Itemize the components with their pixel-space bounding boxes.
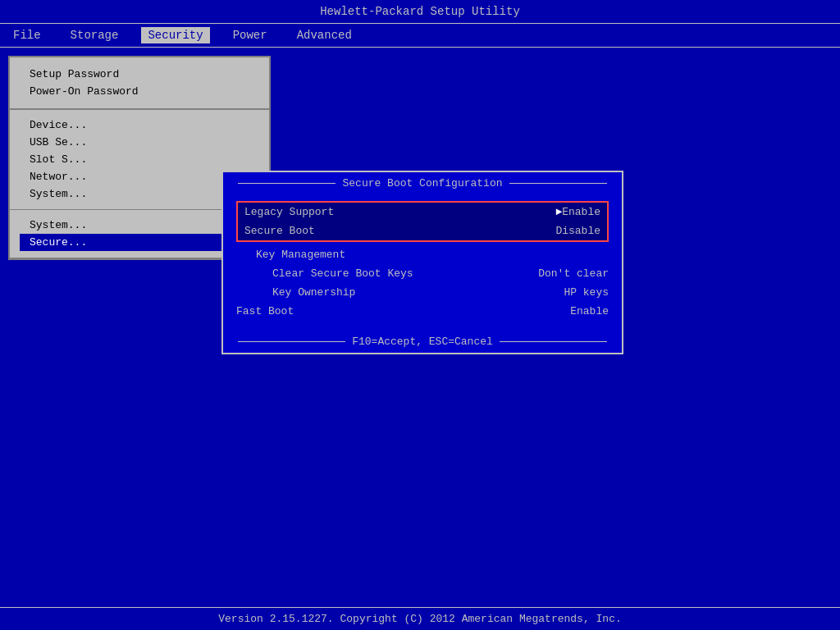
fast-boot-label: Fast Boot <box>236 305 294 317</box>
clear-secure-boot-keys-value: Don't clear <box>538 267 609 280</box>
menu-item-power[interactable]: Power <box>226 27 274 43</box>
status-bar: Version 2.15.1227. Copyright (C) 2012 Am… <box>0 607 840 630</box>
menu-item-storage[interactable]: Storage <box>64 27 126 43</box>
key-ownership-label: Key Ownership <box>272 286 355 299</box>
legacy-support-value: ►Enable <box>555 206 600 218</box>
legacy-support-row[interactable]: Legacy Support ►Enable <box>238 203 607 221</box>
title-text: Hewlett-Packard Setup Utility <box>320 5 520 18</box>
secure-boot-row[interactable]: Secure Boot Disable <box>238 221 607 240</box>
main-content: Setup Password Power-On Password Device.… <box>0 48 840 587</box>
power-on-password-item[interactable]: Power-On Password <box>20 83 259 100</box>
legacy-support-label: Legacy Support <box>244 206 334 218</box>
fast-boot-value: Enable <box>570 305 609 317</box>
title-bar: Hewlett-Packard Setup Utility <box>0 0 840 24</box>
security-panel-top: Setup Password Power-On Password <box>10 57 269 110</box>
clear-secure-boot-keys-row[interactable]: Clear Secure Boot Keys Don't clear <box>236 264 609 283</box>
menu-item-file[interactable]: File <box>7 27 48 43</box>
menu-bar: FileStorageSecurityPowerAdvanced <box>0 24 840 48</box>
key-management-label: Key Management <box>256 249 345 261</box>
fast-boot-row[interactable]: Fast Boot Enable <box>236 302 609 321</box>
key-ownership-value: HP keys <box>564 286 609 299</box>
setup-password-item[interactable]: Setup Password <box>20 66 259 83</box>
dialog-body: Legacy Support ►Enable Secure Boot Disab… <box>223 194 622 331</box>
menu-item-advanced[interactable]: Advanced <box>290 27 358 43</box>
secure-boot-value: Disable <box>555 225 600 237</box>
dialog-title-text: Secure Boot Configuration <box>342 177 502 189</box>
status-text: Version 2.15.1227. Copyright (C) 2012 Am… <box>218 613 621 625</box>
secure-boot-dialog: Secure Boot Configuration Legacy Support… <box>221 171 623 354</box>
dialog-footer: F10=Accept, ESC=Cancel <box>223 331 622 353</box>
usb-security-item[interactable]: USB Se... <box>20 134 259 151</box>
key-ownership-row[interactable]: Key Ownership HP keys <box>236 283 609 302</box>
device-item[interactable]: Device... <box>20 116 259 134</box>
secure-boot-label: Secure Boot <box>244 225 315 237</box>
menu-item-security[interactable]: Security <box>141 27 209 43</box>
clear-secure-boot-keys-label: Clear Secure Boot Keys <box>272 267 413 280</box>
slot-security-item[interactable]: Slot S... <box>20 151 259 168</box>
dialog-title-bar: Secure Boot Configuration <box>223 172 622 194</box>
dialog-footer-text: F10=Accept, ESC=Cancel <box>352 336 493 348</box>
key-management-row[interactable]: Key Management <box>236 245 609 264</box>
